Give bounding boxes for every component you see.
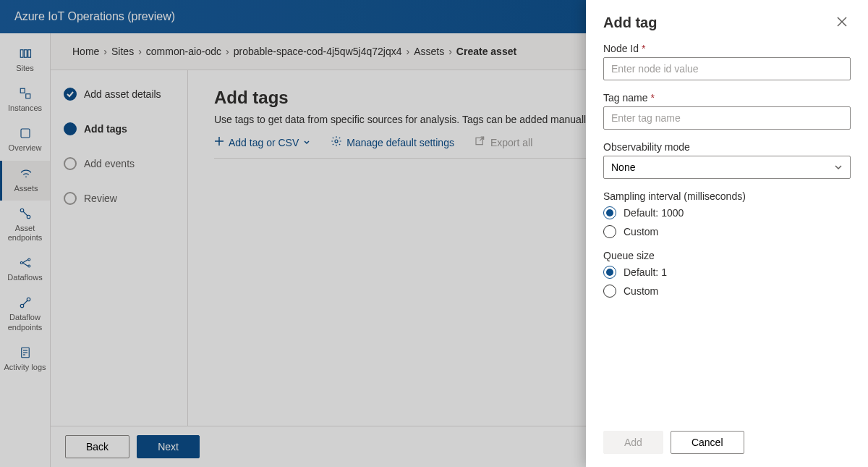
node-id-field: Node Id * [603,43,851,80]
tag-name-input[interactable] [603,106,851,130]
observability-mode-label: Observability mode [603,141,851,153]
cancel-button[interactable]: Cancel [671,431,744,454]
tag-name-field: Tag name * [603,92,851,130]
radio-icon [603,206,616,219]
node-id-input[interactable] [603,57,851,80]
queue-size-radio-group: Default: 1 Custom [603,266,851,298]
sampling-interval-label: Sampling interval (milliseconds) [603,190,851,202]
radio-label: Default: 1000 [624,207,684,219]
panel-body: Node Id * Tag name * Observability mode … [586,40,868,422]
add-tag-panel: Add tag Node Id * Tag name * Observabili… [586,0,868,467]
close-icon[interactable] [833,13,851,33]
tag-name-label: Tag name * [603,92,851,104]
sampling-interval-custom-radio[interactable]: Custom [603,225,851,238]
required-icon: * [642,43,645,54]
add-button: Add [603,431,663,454]
radio-label: Default: 1 [624,266,667,278]
panel-title: Add tag [603,14,657,31]
radio-icon [603,225,616,238]
queue-size-field: Queue size Default: 1 Custom [603,250,851,298]
radio-label: Custom [624,226,658,237]
radio-label: Custom [624,285,658,297]
panel-footer: Add Cancel [586,422,868,467]
radio-icon [603,285,616,298]
required-icon: * [650,92,654,104]
panel-header: Add tag [586,0,868,40]
sampling-interval-field: Sampling interval (milliseconds) Default… [603,190,851,238]
observability-mode-select[interactable]: None [603,156,851,179]
sampling-interval-default-radio[interactable]: Default: 1000 [603,206,851,219]
queue-size-label: Queue size [603,250,851,261]
observability-mode-field: Observability mode None [603,141,851,179]
sampling-interval-radio-group: Default: 1000 Custom [603,206,851,238]
queue-size-custom-radio[interactable]: Custom [603,285,851,298]
node-id-label: Node Id * [603,43,851,54]
radio-icon [603,266,616,279]
queue-size-default-radio[interactable]: Default: 1 [603,266,851,279]
